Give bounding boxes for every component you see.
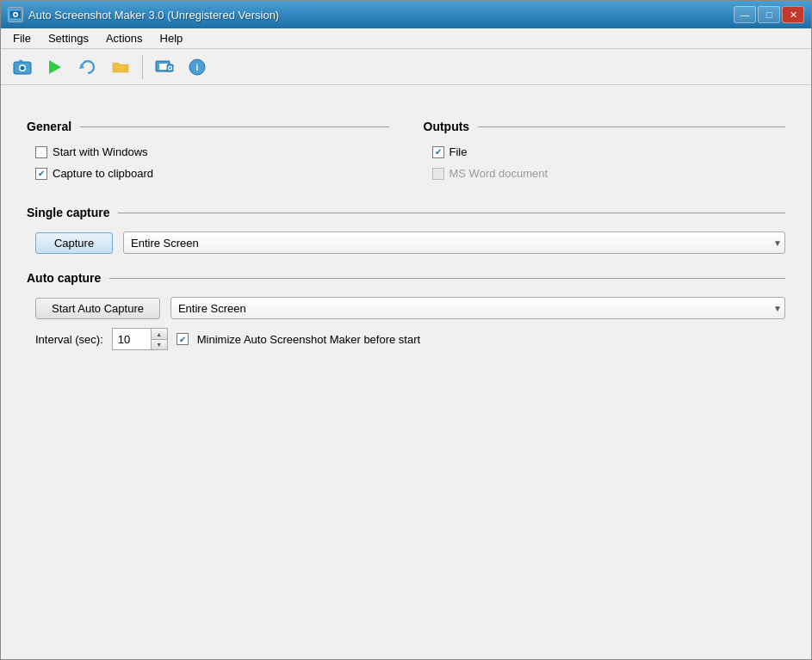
general-section-header: General <box>27 120 389 133</box>
outputs-column: Outputs ✔ File MS Word document <box>424 102 786 188</box>
minimize-button[interactable]: — <box>734 6 756 23</box>
interval-spinner: ▲ ▼ <box>152 329 167 349</box>
svg-point-13 <box>169 66 170 68</box>
minimize-checkbox[interactable]: ✔ <box>177 333 189 345</box>
interval-label: Interval (sec): <box>35 333 103 346</box>
menu-file[interactable]: File <box>4 30 40 46</box>
single-capture-dropdown-wrapper: Entire Screen Active Window Selected Reg… <box>123 231 785 254</box>
general-outputs-section: General Start with Windows ✔ Capture to … <box>27 102 785 188</box>
toolbar-screenshot-button[interactable] <box>150 53 179 81</box>
general-column: General Start with Windows ✔ Capture to … <box>27 102 389 188</box>
menu-actions[interactable]: Actions <box>97 30 152 46</box>
main-content: General Start with Windows ✔ Capture to … <box>1 85 811 367</box>
svg-rect-6 <box>19 60 22 63</box>
interval-up-button[interactable]: ▲ <box>152 329 167 339</box>
interval-row: Interval (sec): 10 ▲ ▼ ✔ Minimize Auto S… <box>35 328 785 350</box>
capture-clipboard-label: Capture to clipboard <box>53 167 153 180</box>
menu-help[interactable]: Help <box>152 30 192 46</box>
msword-label: MS Word document <box>449 167 549 180</box>
capture-clipboard-checkbox[interactable]: ✔ <box>35 168 47 180</box>
start-windows-checkbox[interactable] <box>35 146 47 158</box>
svg-point-5 <box>21 65 25 70</box>
capture-clipboard-row: ✔ Capture to clipboard <box>35 167 389 180</box>
capture-button[interactable]: Capture <box>35 232 113 254</box>
start-windows-row: Start with Windows <box>35 145 389 158</box>
general-title: General <box>27 120 71 133</box>
auto-capture-dropdown-wrapper: Entire Screen Active Window Selected Reg… <box>170 297 785 319</box>
toolbar-camera-button[interactable] <box>8 53 37 81</box>
file-output-row: ✔ File <box>432 145 786 158</box>
outputs-section-header: Outputs <box>424 120 786 133</box>
toolbar: i <box>1 49 811 85</box>
outputs-divider <box>478 126 785 127</box>
interval-down-button[interactable]: ▼ <box>152 339 167 349</box>
file-checkbox[interactable]: ✔ <box>432 146 444 158</box>
menu-settings[interactable]: Settings <box>40 30 97 46</box>
window-title: Auto Screenshot Maker 3.0 (Unregistered … <box>28 9 279 22</box>
auto-capture-dropdown[interactable]: Entire Screen Active Window Selected Reg… <box>170 297 785 319</box>
svg-text:i: i <box>196 63 199 72</box>
toolbar-refresh-button[interactable] <box>73 53 102 81</box>
auto-capture-title: Auto capture <box>27 271 101 285</box>
main-window: Auto Screenshot Maker 3.0 (Unregistered … <box>0 0 812 660</box>
msword-checkbox[interactable] <box>432 168 444 180</box>
svg-marker-7 <box>49 60 61 74</box>
general-divider <box>80 126 388 127</box>
interval-input[interactable]: 10 <box>113 329 152 349</box>
auto-capture-row: Start Auto Capture Entire Screen Active … <box>35 297 785 319</box>
msword-output-row: MS Word document <box>432 167 786 180</box>
single-capture-title: Single capture <box>27 206 109 219</box>
file-label: File <box>449 145 468 158</box>
svg-point-2 <box>15 14 17 16</box>
start-auto-capture-button[interactable]: Start Auto Capture <box>35 298 160 319</box>
toolbar-folder-button[interactable] <box>106 53 135 81</box>
toolbar-info-button[interactable]: i <box>183 53 212 81</box>
interval-input-wrapper: 10 ▲ ▼ <box>112 328 168 350</box>
toolbar-separator <box>142 55 143 79</box>
menu-bar: File Settings Actions Help <box>1 28 811 49</box>
close-button[interactable]: ✕ <box>782 6 804 23</box>
single-capture-section: Single capture Capture Entire Screen Act… <box>27 206 785 254</box>
app-icon <box>8 7 23 22</box>
single-capture-dropdown[interactable]: Entire Screen Active Window Selected Reg… <box>123 231 785 254</box>
single-capture-header: Single capture <box>27 206 785 219</box>
toolbar-play-button[interactable] <box>40 53 70 81</box>
outputs-title: Outputs <box>424 120 470 133</box>
single-capture-row: Capture Entire Screen Active Window Sele… <box>35 231 785 254</box>
auto-capture-section: Auto capture Start Auto Capture Entire S… <box>27 271 785 350</box>
start-windows-label: Start with Windows <box>53 145 148 158</box>
title-bar: Auto Screenshot Maker 3.0 (Unregistered … <box>1 1 811 28</box>
auto-capture-header: Auto capture <box>27 271 785 285</box>
maximize-button[interactable]: □ <box>758 6 780 23</box>
single-capture-divider <box>118 213 785 213</box>
minimize-label: Minimize Auto Screenshot Maker before st… <box>197 333 420 346</box>
auto-capture-divider <box>109 278 785 279</box>
window-controls: — □ ✕ <box>734 6 804 23</box>
